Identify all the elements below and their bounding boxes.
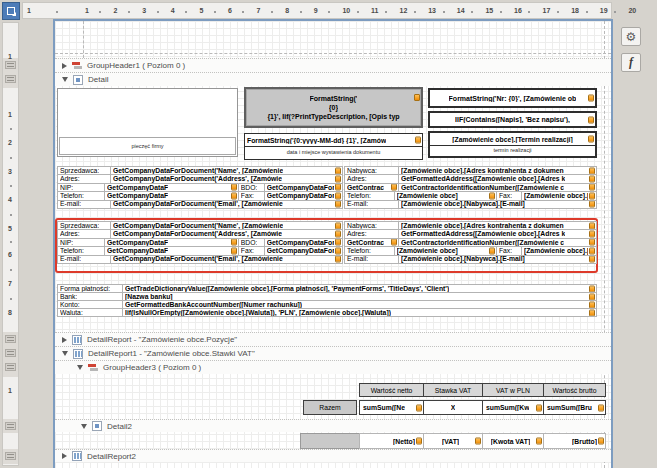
- smart-tag-icon[interactable]: [589, 201, 595, 208]
- collapse-arrow-icon[interactable]: [62, 63, 67, 69]
- band-handle-icon[interactable]: [5, 452, 16, 460]
- vat-total-cell[interactable]: sumSum([Bru: [543, 400, 606, 415]
- smart-tag-icon[interactable]: [335, 192, 341, 199]
- smart-tag-icon[interactable]: [415, 137, 421, 144]
- expand-arrow-icon[interactable]: [62, 77, 68, 82]
- smart-tag-icon[interactable]: [391, 184, 397, 191]
- band-header-groupheader3[interactable]: GroupHeader3 ( Poziom 0 ): [55, 360, 611, 374]
- vat-total-cell[interactable]: X: [423, 400, 483, 415]
- band-handle-icon[interactable]: [5, 349, 16, 357]
- horizontal-ruler[interactable]: 11234567891011121314151617181920: [22, 2, 612, 19]
- smart-tag-icon[interactable]: [589, 301, 595, 308]
- smart-tag-icon[interactable]: [335, 256, 341, 263]
- vat-total-label-cell[interactable]: Razem: [303, 400, 357, 415]
- smart-tag-icon[interactable]: [589, 192, 595, 199]
- doc-number-box[interactable]: FormatString('Nr: {0}', [Zamówienie ob: [428, 88, 597, 108]
- smart-tag-icon[interactable]: [335, 176, 341, 183]
- smart-tag-icon[interactable]: [598, 404, 604, 411]
- smart-tag-icon[interactable]: [231, 247, 237, 254]
- smart-tag-icon[interactable]: [589, 285, 595, 292]
- smart-tag-icon[interactable]: [589, 222, 595, 229]
- smart-tag-icon[interactable]: [588, 136, 594, 143]
- field-formula[interactable]: GetCompanyDataForDocument('Email', [Zamó…: [110, 255, 343, 264]
- smart-tag-icon[interactable]: [475, 438, 481, 445]
- detail2-cell[interactable]: [Brutto]: [543, 433, 606, 449]
- scripts-button[interactable]: f: [621, 53, 641, 72]
- due-date-box[interactable]: [Zamówienie obce].[Termin realizacji] te…: [428, 131, 597, 158]
- vat-total-cell[interactable]: sumSum([Ne: [359, 400, 424, 415]
- due-date-formula-cell[interactable]: [Zamówienie obce].[Termin realizacji]: [430, 133, 595, 146]
- vat-total-cell[interactable]: sumSum([Kw: [482, 400, 544, 415]
- expand-arrow-icon[interactable]: [62, 351, 68, 356]
- smart-tag-icon[interactable]: [335, 184, 341, 191]
- smart-tag-icon[interactable]: [416, 438, 422, 445]
- formula-text: sumSum([Ne: [363, 404, 405, 411]
- band-handle-icon[interactable]: [5, 61, 16, 69]
- smart-tag-icon[interactable]: [489, 192, 495, 199]
- detail2-cell[interactable]: [VAT]: [423, 433, 483, 449]
- band-handle-icon[interactable]: [5, 75, 16, 83]
- detail2-empty-cell[interactable]: [300, 433, 360, 449]
- smart-tag-icon[interactable]: [231, 192, 237, 199]
- smart-tag-icon[interactable]: [588, 95, 594, 102]
- smart-tag-icon[interactable]: [589, 247, 595, 254]
- band-handle-icon[interactable]: [5, 335, 16, 343]
- band-header-detailreport2[interactable]: DetailReport2: [55, 449, 611, 462]
- stamp-caption-box[interactable]: pieczęć firmy: [59, 137, 236, 155]
- smart-tag-icon[interactable]: [589, 167, 595, 174]
- band-header-detailreport1[interactable]: DetailReport1 - "Zamówienie obce.Stawki …: [55, 346, 611, 360]
- field-formula[interactable]: [Zamówienie obce].[Nabywca].[E-mail]: [398, 255, 597, 264]
- vat-header-cell[interactable]: VAT w PLN: [482, 383, 544, 397]
- smart-tag-icon[interactable]: [589, 239, 595, 246]
- settings-button[interactable]: ⚙: [621, 27, 641, 46]
- smart-tag-icon[interactable]: [589, 309, 595, 316]
- band-handle-icon[interactable]: [5, 422, 16, 430]
- smart-tag-icon[interactable]: [335, 222, 341, 229]
- field-formula[interactable]: Iif(IsNullOrEmpty([Zamówienie obce].[Wal…: [122, 308, 597, 317]
- vat-header-cell[interactable]: Wartość brutto: [543, 383, 606, 397]
- ruler-number: 1: [8, 111, 12, 118]
- detail2-cell[interactable]: [Kwota VAT]: [482, 433, 544, 449]
- field-formula[interactable]: [Zamówienie obce].[Nabywca].[E-mail]: [398, 200, 597, 209]
- smart-tag-icon[interactable]: [335, 231, 341, 238]
- caption-text-box[interactable]: IIF(Contains([Napis], 'Bez napisu'),: [428, 111, 597, 128]
- date-formula-cell[interactable]: FormatString('{0:yyyy-MM-dd} {1}', [Zamó…: [245, 134, 422, 147]
- smart-tag-icon[interactable]: [335, 167, 341, 174]
- smart-tag-icon[interactable]: [416, 404, 422, 411]
- smart-tag-icon[interactable]: [589, 231, 595, 238]
- expand-arrow-icon[interactable]: [77, 365, 83, 370]
- smart-tag-icon[interactable]: [536, 438, 542, 445]
- band-header-groupheader1[interactable]: GroupHeader1 ( Poziom 0 ): [55, 58, 611, 72]
- smart-tag-icon[interactable]: [489, 247, 495, 254]
- smart-tag-icon[interactable]: [231, 239, 237, 246]
- smart-tag-icon[interactable]: [536, 404, 542, 411]
- report-page[interactable]: GroupHeader1 ( Poziom 0 ) Detail DetailR…: [55, 21, 611, 468]
- band-header-detail[interactable]: Detail: [55, 72, 611, 86]
- smart-tag-icon[interactable]: [414, 94, 420, 101]
- select-all-corner-button[interactable]: [2, 2, 20, 20]
- title-format-box[interactable]: FormatString(' {0} {1}', Iif(?PrintTypeD…: [244, 87, 423, 128]
- smart-tag-icon[interactable]: [335, 239, 341, 246]
- smart-tag-icon[interactable]: [589, 184, 595, 191]
- smart-tag-icon[interactable]: [335, 247, 341, 254]
- smart-tag-icon[interactable]: [391, 239, 397, 246]
- smart-tag-icon[interactable]: [588, 116, 594, 123]
- expand-arrow-icon[interactable]: [81, 424, 87, 429]
- vertical-ruler[interactable]: 1123456781: [2, 22, 19, 466]
- band-header-detailreport[interactable]: DetailReport - "Zamówienie obce.Pozycje": [55, 332, 611, 346]
- vat-header-cell[interactable]: Stawka VAT: [423, 383, 483, 397]
- smart-tag-icon[interactable]: [589, 293, 595, 300]
- smart-tag-icon[interactable]: [589, 176, 595, 183]
- field-formula[interactable]: GetCompanyDataForDocument('Email', [Zamó…: [110, 200, 343, 209]
- smart-tag-icon[interactable]: [335, 201, 341, 208]
- smart-tag-icon[interactable]: [589, 256, 595, 263]
- smart-tag-icon[interactable]: [231, 184, 237, 191]
- band-handle-icon[interactable]: [5, 363, 16, 371]
- band-header-detail2[interactable]: Detail2: [55, 419, 611, 432]
- vat-header-cell[interactable]: Wartość netto: [359, 383, 424, 397]
- collapse-arrow-icon[interactable]: [62, 453, 67, 459]
- detail2-cell[interactable]: [Netto]: [359, 433, 424, 449]
- date-place-box[interactable]: FormatString('{0:yyyy-MM-dd} {1}', [Zamó…: [244, 133, 423, 160]
- collapse-arrow-icon[interactable]: [62, 337, 67, 343]
- smart-tag-icon[interactable]: [598, 438, 604, 445]
